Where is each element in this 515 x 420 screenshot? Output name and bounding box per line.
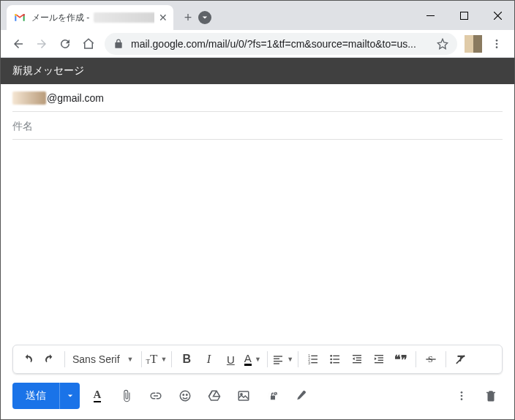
send-button[interactable]: 送信	[12, 383, 59, 409]
compose-fields: @gmail.com	[1, 84, 514, 140]
svg-rect-12	[312, 356, 318, 356]
close-window-button[interactable]	[481, 1, 514, 30]
send-more-button[interactable]	[59, 383, 80, 409]
svg-rect-27	[378, 360, 383, 361]
svg-point-32	[183, 394, 184, 396]
text-size-button[interactable]: TT▼	[146, 349, 168, 370]
numbered-list-button[interactable]: 123	[303, 349, 323, 370]
subject-input[interactable]	[12, 120, 503, 132]
compose-header: 新規メッセージ	[1, 58, 514, 84]
svg-point-31	[180, 391, 190, 401]
redo-button[interactable]	[40, 349, 60, 370]
svg-point-15	[331, 355, 333, 357]
discard-draft-button[interactable]	[479, 384, 503, 408]
confidential-mode-button[interactable]	[261, 384, 285, 408]
bookmark-star-icon[interactable]	[437, 38, 448, 50]
more-options-button[interactable]	[450, 384, 473, 408]
svg-point-16	[331, 359, 333, 361]
strikethrough-button[interactable]: S	[421, 349, 441, 370]
svg-rect-18	[334, 356, 340, 356]
profile-avatar[interactable]	[465, 35, 482, 53]
recipient-domain: @gmail.com	[47, 92, 104, 104]
svg-point-35	[241, 394, 242, 395]
separator	[446, 351, 446, 367]
maximize-button[interactable]	[447, 1, 481, 30]
insert-emoji-button[interactable]	[173, 384, 197, 408]
indent-less-button[interactable]	[347, 349, 367, 370]
svg-point-38	[461, 395, 463, 397]
bold-button[interactable]: B	[176, 349, 197, 370]
separator	[416, 351, 416, 367]
font-family-label: Sans Serif	[72, 353, 120, 365]
svg-point-4	[496, 46, 498, 48]
send-button-group: 送信	[12, 383, 80, 409]
svg-rect-22	[356, 357, 361, 358]
svg-rect-28	[375, 362, 383, 363]
svg-rect-20	[334, 362, 340, 363]
tab-close-icon[interactable]: ✕	[159, 12, 168, 23]
svg-rect-26	[378, 357, 383, 358]
separator	[298, 351, 298, 367]
text-color-button[interactable]: A▼	[242, 349, 263, 370]
caret-down-icon: ▼	[127, 356, 134, 363]
svg-rect-25	[375, 355, 383, 356]
svg-rect-8	[274, 363, 279, 364]
svg-rect-7	[274, 361, 282, 361]
svg-point-37	[461, 391, 463, 394]
svg-point-39	[461, 398, 463, 400]
tab-search-icon[interactable]	[198, 11, 211, 24]
reload-button[interactable]	[53, 32, 77, 56]
italic-button[interactable]: I	[198, 349, 219, 370]
browser-titlebar: メールを作成 - ✕ +	[1, 1, 514, 30]
gmail-favicon-icon	[14, 12, 26, 23]
browser-menu-icon[interactable]	[485, 38, 508, 50]
insert-link-button[interactable]	[144, 384, 168, 408]
svg-rect-19	[334, 359, 340, 359]
insert-photo-button[interactable]	[232, 384, 255, 408]
send-bar: 送信 A	[1, 374, 514, 418]
insert-drive-button[interactable]	[203, 384, 226, 408]
nav-back-button[interactable]	[7, 32, 30, 56]
formatting-toolbar: Sans Serif ▼ TT▼ B I U A▼ ▼ 123 ❝❞ S	[12, 345, 503, 374]
separator	[64, 351, 65, 367]
new-tab-button[interactable]: +	[178, 7, 198, 28]
separator	[171, 351, 172, 367]
svg-point-17	[331, 361, 333, 364]
svg-text:3: 3	[309, 361, 311, 365]
to-field[interactable]: @gmail.com	[12, 84, 503, 112]
lock-icon	[113, 39, 124, 49]
svg-rect-0	[426, 15, 435, 16]
nav-forward-button[interactable]	[30, 32, 53, 56]
svg-rect-24	[353, 362, 361, 363]
attach-file-button[interactable]	[115, 384, 138, 408]
minimize-button[interactable]	[413, 1, 447, 30]
insert-signature-button[interactable]	[290, 384, 314, 408]
separator	[267, 351, 268, 367]
underline-button[interactable]: U	[220, 349, 241, 370]
text-format-toggle[interactable]: A	[86, 384, 109, 408]
compose-title: 新規メッセージ	[12, 64, 84, 78]
remove-formatting-button[interactable]	[451, 349, 471, 370]
indent-more-button[interactable]	[369, 349, 389, 370]
undo-button[interactable]	[18, 349, 38, 370]
svg-point-3	[496, 42, 498, 45]
separator	[141, 351, 142, 367]
browser-tab[interactable]: メールを作成 - ✕	[7, 5, 173, 30]
tab-title: メールを作成 -	[31, 12, 154, 24]
svg-rect-1	[460, 12, 467, 19]
svg-point-2	[496, 40, 498, 42]
omnibox[interactable]: mail.google.com/mail/u/0/?fs=1&tf=cm&sou…	[105, 33, 457, 55]
svg-rect-21	[353, 355, 361, 356]
home-button[interactable]	[77, 32, 100, 56]
subject-field-row	[12, 112, 503, 140]
font-family-select[interactable]: Sans Serif ▼	[69, 353, 137, 365]
align-button[interactable]: ▼	[272, 349, 293, 370]
svg-rect-14	[312, 362, 318, 363]
svg-rect-13	[312, 359, 318, 359]
quote-button[interactable]: ❝❞	[391, 349, 411, 370]
svg-rect-30	[426, 359, 436, 359]
compose-body[interactable]	[1, 140, 514, 345]
bulleted-list-button[interactable]	[325, 349, 345, 370]
url-text: mail.google.com/mail/u/0/?fs=1&tf=cm&sou…	[131, 38, 431, 50]
svg-rect-5	[274, 356, 282, 356]
